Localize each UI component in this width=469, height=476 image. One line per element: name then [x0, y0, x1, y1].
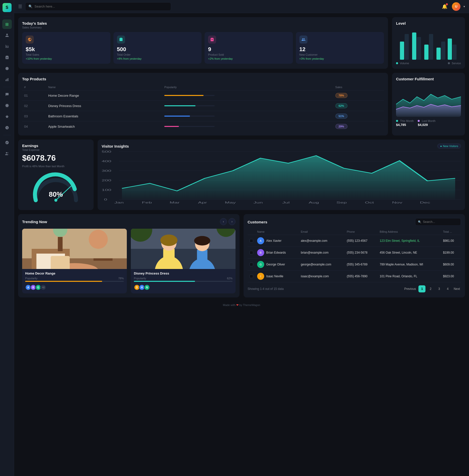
- page-btn-4[interactable]: 4: [444, 285, 451, 292]
- table-row: I Isaac Neville isaac@example.com (555) …: [248, 270, 461, 282]
- row-popularity: [162, 90, 333, 101]
- next-arrow[interactable]: ›: [228, 218, 236, 225]
- prev-button[interactable]: Previous: [403, 287, 417, 291]
- sidebar-item-users[interactable]: [2, 149, 12, 158]
- sidebar-item-box[interactable]: [2, 64, 12, 73]
- trending-avatars-disney: D H N: [134, 284, 232, 290]
- svg-text:0: 0: [104, 198, 107, 201]
- showing-text: Showing 1-4 out of 15 data: [248, 287, 284, 291]
- svg-rect-48: [94, 258, 113, 261]
- today-sales-subtitle: Sales Summary: [22, 26, 384, 29]
- svg-text:Sep: Sep: [336, 201, 347, 204]
- row-sales: 51%: [333, 111, 384, 121]
- sidebar-item-chat[interactable]: [2, 90, 12, 99]
- popularity-bar: [164, 105, 215, 106]
- fulfillment-title: Customer Fulfillment: [396, 77, 461, 81]
- svg-text:Aug: Aug: [308, 201, 319, 204]
- sidebar-logo: S: [3, 3, 12, 12]
- row-num: 01: [22, 90, 46, 101]
- page-btn-1[interactable]: 1: [418, 285, 425, 292]
- svg-rect-11: [437, 48, 441, 60]
- cust-total: $199.00: [441, 247, 461, 259]
- menu-icon[interactable]: ☰: [18, 4, 22, 9]
- row-checkbox[interactable]: [250, 275, 253, 278]
- sales-badge: 62%: [335, 103, 347, 108]
- sidebar-item-history[interactable]: [2, 123, 12, 132]
- cust-total: $609.00: [441, 259, 461, 270]
- row-num: 04: [22, 121, 46, 132]
- trending-pop-label: Popularity 78%: [25, 277, 124, 280]
- page-btn-2[interactable]: 2: [427, 285, 434, 292]
- sidebar-item-home[interactable]: ⊞: [2, 19, 12, 29]
- cust-total: $923.00: [441, 270, 461, 282]
- row-name: Disney Princess Dress: [46, 101, 163, 111]
- fulfillment-legend: This Month $4,785 Last Month $4,029: [396, 119, 461, 127]
- popularity-fill: [164, 105, 196, 106]
- sidebar-item-chart[interactable]: [2, 42, 12, 51]
- table-row: 01 Home Decore Range 78%: [22, 90, 384, 101]
- col-checkbox: [248, 229, 255, 235]
- content-area: Today's Sales Sales Summary $5k Total Sa…: [14, 13, 469, 476]
- cust-address: 123 Elm Street, Springfield, IL: [378, 235, 441, 247]
- svg-rect-6: [405, 34, 409, 60]
- row-checkbox[interactable]: [250, 263, 253, 266]
- svg-text:May: May: [225, 201, 236, 204]
- col-email: Email: [299, 229, 345, 235]
- col-address: Billing Address: [378, 229, 441, 235]
- avatar[interactable]: U: [452, 2, 460, 11]
- earnings-card: Earnings Total Expense $6078.76 Profit i…: [18, 140, 94, 210]
- visitor-header: Visitor Insights ● New Visitors: [102, 144, 461, 149]
- row-sales: 62%: [333, 101, 384, 111]
- cust-phone: (555) 234-5678: [345, 247, 378, 259]
- cust-name: George Oliver: [266, 263, 285, 266]
- today-sales-card: Today's Sales Sales Summary $5k Total Sa…: [18, 17, 388, 69]
- customers-card: Customers 🔍 Name Email Phone Billing Ad: [244, 214, 465, 297]
- page-btn-3[interactable]: 3: [436, 285, 443, 292]
- notification-icon[interactable]: 🔔: [440, 2, 449, 11]
- popularity-bar: [164, 95, 215, 96]
- cust-name: Alex Xavier: [266, 239, 282, 243]
- sidebar-item-user[interactable]: [2, 30, 12, 40]
- svg-point-60: [194, 236, 210, 246]
- prev-arrow[interactable]: ‹: [220, 218, 227, 225]
- customer-name-cell: A Alex Xavier: [257, 237, 297, 244]
- row-checkbox[interactable]: [250, 251, 253, 254]
- row-popularity: [162, 101, 333, 111]
- cust-avatar-a: A: [257, 237, 264, 244]
- footer: Made with ❤ by ThemeWagon: [18, 301, 465, 308]
- sidebar-item-cart[interactable]: [2, 53, 12, 62]
- total-sales-change: +10% from yesterday: [26, 57, 107, 60]
- top-products-table: # Name Popularity Sales 01 Home Decore R…: [22, 84, 384, 131]
- sales-badge: 51%: [335, 114, 347, 119]
- trending-item-disney: Disney Princess Dress Popularity 62% D H: [131, 229, 236, 293]
- sidebar-divider3: [3, 135, 11, 135]
- svg-rect-8: [417, 37, 421, 60]
- trending-header: Trending Now ‹ ›: [22, 218, 236, 225]
- fulfillment-svg: [396, 84, 461, 117]
- product-sold-label: Product Sold: [208, 53, 289, 56]
- cust-avatar-g: G: [257, 261, 264, 268]
- col-sales: Sales: [333, 84, 384, 90]
- row-sales: 78%: [333, 90, 384, 101]
- sidebar-item-analytics[interactable]: [2, 75, 12, 84]
- cust-address: 456 Oak Street, Lincoln, NE: [378, 247, 441, 259]
- sidebar-item-star[interactable]: [2, 112, 12, 121]
- customer-search-box: 🔍: [415, 218, 461, 226]
- next-button[interactable]: Next: [453, 287, 461, 291]
- sidebar-item-plug[interactable]: [2, 138, 12, 147]
- total-sales-icon: [26, 36, 34, 44]
- sidebar-item-settings[interactable]: [2, 101, 12, 110]
- sales-badge: 29%: [335, 124, 347, 129]
- search-input[interactable]: [34, 5, 168, 8]
- chevron-down-icon[interactable]: ▾: [463, 5, 465, 8]
- gauge-text: 80%: [49, 190, 63, 198]
- svg-point-16: [54, 199, 57, 202]
- col-name: Name: [255, 229, 299, 235]
- trending-info-disney: Disney Princess Dress Popularity 62% D H: [131, 269, 236, 293]
- row-checkbox[interactable]: [250, 239, 253, 243]
- svg-point-47: [89, 230, 108, 249]
- customer-search-input[interactable]: [423, 220, 458, 224]
- gauge-svg: [31, 174, 81, 204]
- level-legend: Volume Service: [396, 62, 461, 65]
- svg-rect-7: [412, 32, 416, 60]
